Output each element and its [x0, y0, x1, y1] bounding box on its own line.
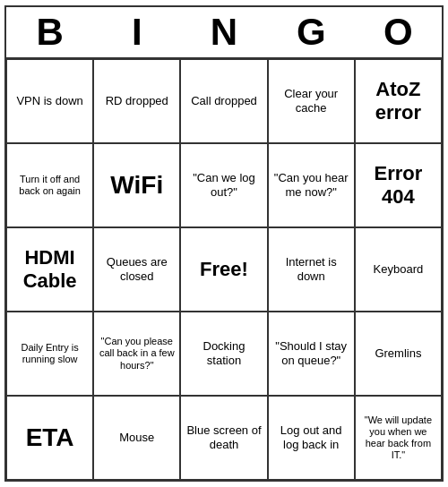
bingo-cell-20: ETA: [6, 396, 93, 480]
bingo-cell-22: Blue screen of death: [180, 396, 267, 480]
bingo-cell-9: Error 404: [355, 143, 442, 227]
bingo-cell-13: Internet is down: [268, 227, 355, 312]
bingo-cell-10: HDMI Cable: [6, 227, 93, 312]
bingo-cell-16: "Can you please call back in a few hours…: [93, 312, 180, 396]
bingo-cell-8: "Can you hear me now?": [268, 143, 355, 227]
letter-g: G: [268, 11, 355, 54]
bingo-cell-1: RD dropped: [93, 59, 180, 143]
bingo-grid: VPN is downRD droppedCall droppedClear y…: [6, 59, 442, 480]
bingo-cell-5: Turn it off and back on again: [6, 143, 93, 227]
bingo-cell-15: Daily Entry is running slow: [6, 312, 93, 396]
letter-n: N: [180, 11, 267, 54]
bingo-cell-23: Log out and log back in: [268, 396, 355, 480]
bingo-cell-4: AtoZ error: [355, 59, 442, 143]
bingo-cell-12: Free!: [180, 227, 267, 312]
bingo-cell-17: Docking station: [180, 312, 267, 396]
bingo-cell-21: Mouse: [93, 396, 180, 480]
bingo-cell-24: "We will update you when we hear back fr…: [355, 396, 442, 480]
letter-i: I: [93, 11, 180, 54]
letter-o: O: [355, 11, 442, 54]
bingo-cell-0: VPN is down: [6, 59, 93, 143]
letter-b: B: [6, 11, 93, 54]
bingo-cell-14: Keyboard: [355, 227, 442, 312]
bingo-cell-19: Gremlins: [355, 312, 442, 396]
bingo-cell-11: Queues are closed: [93, 227, 180, 312]
bingo-cell-6: WiFi: [93, 143, 180, 227]
bingo-cell-3: Clear your cache: [268, 59, 355, 143]
bingo-header: B I N G O: [6, 7, 442, 59]
bingo-card: B I N G O VPN is downRD droppedCall drop…: [4, 5, 444, 482]
bingo-cell-18: "Should I stay on queue?": [268, 312, 355, 396]
bingo-cell-2: Call dropped: [180, 59, 267, 143]
bingo-cell-7: "Can we log out?": [180, 143, 267, 227]
